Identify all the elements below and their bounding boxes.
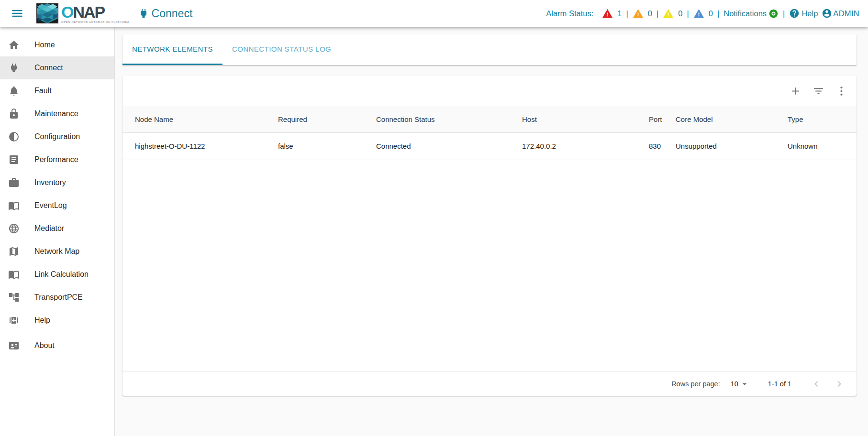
cell-required: false [270,132,368,160]
column-header-host[interactable]: Host [514,106,641,132]
alarm-minor-icon [663,8,674,19]
column-header-type[interactable]: Type [780,106,857,132]
network-elements-card: Node Name Required Connection Status Hos… [122,76,857,396]
sidebar-item-connect[interactable]: Connect [0,56,114,79]
sidebar-item-maintenance[interactable]: Maintenance [0,102,114,125]
alarm-warning-count: 0 [709,9,713,18]
user-label: ADMIN [833,9,859,18]
globe-icon [8,223,20,234]
sidebar-item-link-calculation[interactable]: Link Calculation [0,263,114,286]
sidebar-item-configuration[interactable]: Configuration [0,125,114,148]
alarm-critical-icon [602,8,613,19]
account-circle-icon [822,8,832,19]
chevron-left-icon [811,378,822,390]
filter-button[interactable] [807,79,830,102]
alarm-critical[interactable]: 1 [602,8,622,19]
briefcase-icon [8,177,20,188]
logo-wordmark: ONAP [61,4,129,20]
separator: | [656,9,659,18]
logo-subtext: OPEN NETWORK AUTOMATION PLATFORM [61,21,129,23]
alarm-major-icon [633,8,644,19]
menu-button[interactable] [6,2,29,25]
notifications-status-icon [768,9,779,19]
sidebar-item-network-map[interactable]: Network Map [0,240,114,263]
pagination-range: 1-1 of 1 [768,380,791,388]
separator: | [717,9,720,18]
alarm-warning[interactable]: 0 [693,8,713,19]
column-header-node-name[interactable]: Node Name [122,106,270,132]
tab-bar: NETWORK ELEMENTS CONNECTION STATUS LOG [122,34,857,65]
alarm-status-label: Alarm Status: [546,9,593,18]
reader-icon [8,154,20,165]
tab-connection-status-log[interactable]: CONNECTION STATUS LOG [223,34,341,65]
header-status-bar: Alarm Status: 1 | 0 | 0 | 0 | Notificati… [546,8,868,19]
alarm-critical-count: 1 [617,9,622,18]
separator: | [782,9,785,18]
contrast-icon [8,131,20,142]
table-pagination: Rows per page: 10 1-1 of 1 [122,371,857,396]
sidebar-item-mediator[interactable]: Mediator [0,217,114,240]
sidebar-item-about[interactable]: About [0,334,114,357]
column-header-required[interactable]: Required [270,106,368,132]
hamburger-icon [11,7,24,20]
rows-per-page-label: Rows per page: [671,380,720,388]
help-circle-icon [789,8,800,19]
dropdown-arrow-icon [739,379,750,389]
sidebar-item-performance[interactable]: Performance [0,148,114,171]
notifications-toggle[interactable]: Notifications [723,9,779,19]
filter-icon [812,85,824,97]
home-icon [8,39,20,51]
rows-per-page-select[interactable]: 10 [731,379,750,389]
more-button[interactable] [830,79,853,102]
app-header: ONAP OPEN NETWORK AUTOMATION PLATFORM Co… [0,0,868,27]
sidebar-item-eventlog[interactable]: EventLog [0,194,114,217]
sidebar-item-help[interactable]: Help [0,309,114,332]
column-header-port[interactable]: Port [641,106,668,132]
map-icon [8,246,20,257]
separator: | [625,9,628,18]
cell-type: Unknown [780,132,857,160]
user-menu[interactable]: ADMIN [822,8,859,19]
help-label: Help [801,9,818,18]
more-vert-icon [835,85,847,97]
network-elements-table: Node Name Required Connection Status Hos… [122,106,857,160]
sidebar-item-transportpce[interactable]: TransportPCE [0,286,114,309]
open-book-icon [8,269,20,280]
plug-icon [138,8,149,19]
chevron-right-icon [834,378,845,390]
sidebar-divider [0,333,114,333]
sidebar-item-fault[interactable]: Fault [0,79,114,102]
tab-network-elements[interactable]: NETWORK ELEMENTS [122,34,223,65]
onap-hexagon-icon [36,3,58,23]
alarm-minor[interactable]: 0 [663,8,682,19]
cell-connection-status: Connected [368,132,514,160]
add-button[interactable] [784,79,807,102]
cell-port: 830 [641,132,668,160]
alarm-major[interactable]: 0 [633,8,652,19]
help-box-icon [8,315,20,326]
cell-core-model: Unsupported [668,132,780,160]
sidebar: Home Connect Fault Maintenance Configura… [0,27,115,436]
lock-icon [8,108,20,120]
previous-page-button[interactable] [805,372,828,395]
column-header-core-model[interactable]: Core Model [668,106,780,132]
table-row[interactable]: highstreet-O-DU-1122 false Connected 172… [122,132,857,160]
sidebar-item-home[interactable]: Home [0,33,114,56]
contact-card-icon [8,340,20,351]
bell-icon [8,85,20,97]
add-icon [790,85,801,97]
table-header-row: Node Name Required Connection Status Hos… [122,106,857,132]
next-page-button[interactable] [828,372,851,395]
table-empty-space [122,160,857,371]
column-header-connection-status[interactable]: Connection Status [368,106,514,132]
cell-host: 172.40.0.2 [514,132,641,160]
help-button[interactable]: Help [789,8,818,19]
separator: | [686,9,689,18]
table-toolbar [122,76,857,106]
sidebar-item-inventory[interactable]: Inventory [0,171,114,194]
open-book-icon [8,200,20,211]
onap-logo: ONAP OPEN NETWORK AUTOMATION PLATFORM [36,3,129,23]
cell-node-name: highstreet-O-DU-1122 [122,132,270,160]
app-title-wrap: Connect [138,7,193,20]
main-content: NETWORK ELEMENTS CONNECTION STATUS LOG [115,27,868,436]
